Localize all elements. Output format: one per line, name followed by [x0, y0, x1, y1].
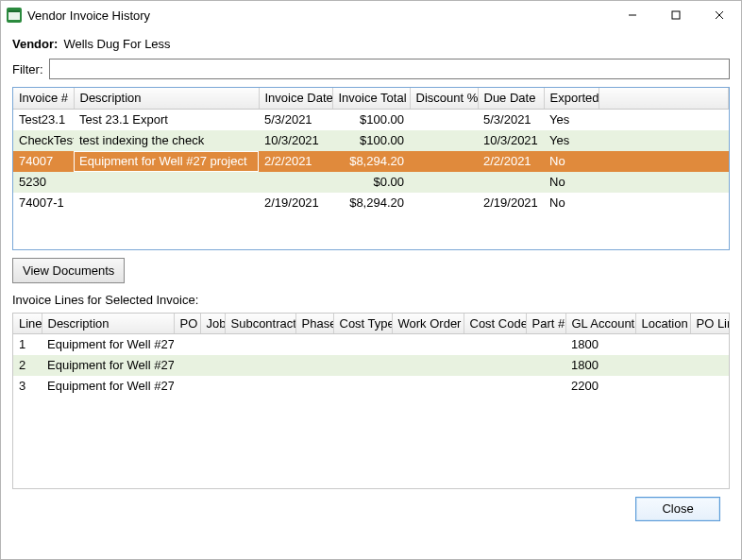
close-window-button[interactable]: [698, 1, 741, 29]
vendor-label: Vendor:: [12, 37, 58, 51]
minimize-button[interactable]: [611, 1, 654, 29]
vendor-row: Vendor: Wells Dug For Less: [12, 37, 730, 51]
view-documents-button[interactable]: View Documents: [12, 258, 125, 283]
close-button[interactable]: Close: [635, 497, 720, 521]
invoice-column-header[interactable]: Description: [74, 88, 259, 109]
lines-column-header[interactable]: PO: [174, 314, 200, 334]
invoice-row[interactable]: 74007-12/19/2021$8,294.202/19/2021No: [13, 193, 729, 213]
lines-column-header[interactable]: Work Order: [392, 314, 464, 334]
filter-row: Filter:: [12, 59, 730, 79]
titlebar: Vendor Invoice History: [1, 1, 741, 29]
vendor-name: Wells Dug For Less: [63, 37, 170, 51]
filter-label: Filter:: [12, 62, 43, 76]
lines-column-header[interactable]: GL Account: [565, 314, 635, 334]
window-title: Vendor Invoice History: [27, 8, 150, 23]
invoice-column-header[interactable]: Discount %: [410, 88, 478, 109]
lines-column-header[interactable]: Line: [13, 314, 42, 334]
lines-column-header[interactable]: Phase: [295, 314, 333, 334]
invoice-lines-grid[interactable]: LineDescriptionPOJobSubcontractPhaseCost…: [12, 313, 730, 489]
app-icon: [7, 8, 22, 23]
lines-column-header[interactable]: Location: [635, 314, 690, 334]
lines-row[interactable]: 1Equipment for Well #271800I0: [13, 334, 729, 355]
invoice-row[interactable]: 74007Equipment for Well #27 project2/2/2…: [13, 151, 729, 172]
invoice-column-header[interactable]: Invoice #: [13, 88, 74, 109]
lines-column-header[interactable]: Description: [42, 314, 174, 334]
lines-column-header[interactable]: Cost Code: [464, 314, 526, 334]
lines-column-header[interactable]: Cost Type: [333, 314, 392, 334]
invoice-column-header[interactable]: Exported: [544, 88, 599, 109]
lines-row[interactable]: 3Equipment for Well #27220058: [13, 376, 729, 397]
invoice-column-header[interactable]: Invoice Date: [259, 88, 332, 109]
lines-column-header[interactable]: Part #: [526, 314, 565, 334]
content-area: Vendor: Wells Dug For Less Filter: Invoi…: [1, 29, 741, 559]
filter-input[interactable]: [49, 59, 731, 79]
lines-column-header[interactable]: Subcontract: [225, 314, 295, 334]
invoice-row[interactable]: CheckTesttest indexing the check10/3/202…: [13, 130, 729, 151]
svg-rect-3: [672, 11, 680, 19]
invoice-grid[interactable]: Invoice #DescriptionInvoice DateInvoice …: [12, 87, 730, 250]
maximize-button[interactable]: [654, 1, 698, 29]
lines-row[interactable]: 2Equipment for Well #27180050: [13, 355, 729, 376]
invoice-column-header[interactable]: Invoice Total: [332, 88, 410, 109]
invoice-row[interactable]: Test23.1Test 23.1 Export5/3/2021$100.005…: [13, 110, 729, 130]
lines-column-header[interactable]: PO Line: [690, 314, 729, 334]
lines-column-header[interactable]: Job: [200, 314, 225, 334]
window: Vendor Invoice History Vendor: Wells Dug…: [0, 0, 742, 560]
svg-rect-1: [8, 10, 20, 12]
invoice-row[interactable]: 5230$0.00No: [13, 172, 729, 193]
invoice-column-header[interactable]: Due Date: [478, 88, 544, 109]
invoice-lines-label: Invoice Lines for Selected Invoice:: [12, 293, 730, 307]
